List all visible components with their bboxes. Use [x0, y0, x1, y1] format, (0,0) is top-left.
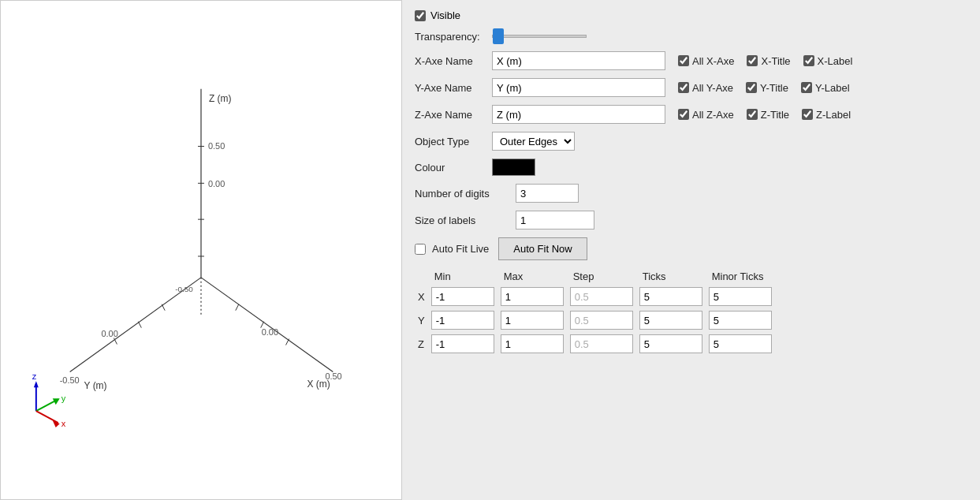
y-label-label: Y-Label — [815, 82, 850, 94]
z-label-group: Z-Label — [802, 109, 851, 121]
input-z-step[interactable] — [570, 334, 633, 353]
table-row: X — [415, 285, 775, 308]
transparency-slider[interactable] — [492, 29, 587, 43]
auto-fit-row: Auto Fit Live Auto Fit Now — [415, 237, 967, 260]
x-title-group: X-Title — [747, 55, 790, 67]
cell-y-ticks — [636, 308, 706, 332]
object-type-select[interactable]: Outer Edges All Edges Points — [492, 132, 575, 151]
z-title-checkbox[interactable] — [747, 109, 758, 120]
x-title-label: X-Title — [761, 55, 790, 67]
input-z-minor_ticks[interactable] — [709, 334, 772, 353]
auto-fit-now-button[interactable]: Auto Fit Now — [498, 237, 587, 260]
y-label-group: Y-Label — [801, 82, 850, 94]
z-label-checkbox[interactable] — [802, 109, 813, 120]
colour-row: Colour — [415, 159, 967, 176]
input-x-ticks[interactable] — [639, 287, 702, 306]
svg-text:-0.50: -0.50 — [60, 375, 80, 385]
y-title-label: Y-Title — [760, 82, 788, 94]
svg-text:0.00: 0.00 — [101, 329, 117, 338]
input-z-ticks[interactable] — [639, 334, 702, 353]
col-min-header: Min — [428, 268, 497, 285]
y-label-checkbox[interactable] — [801, 82, 812, 93]
input-x-minor_ticks[interactable] — [709, 287, 772, 306]
x-label-checkbox[interactable] — [803, 55, 814, 66]
z-axe-input[interactable] — [492, 105, 665, 124]
z-axe-label: Z-Axe Name — [415, 109, 486, 121]
right-panel: Visible Transparency: X-Axe Name All X-A… — [402, 0, 980, 500]
all-z-axe-label: All Z-Axe — [692, 109, 734, 121]
cell-x-max — [497, 285, 567, 308]
y-title-checkbox[interactable] — [746, 82, 757, 93]
digits-row: Number of digits — [415, 184, 967, 203]
col-step-header: Step — [567, 268, 636, 285]
transparency-row: Transparency: — [415, 29, 967, 43]
cell-x-min — [428, 285, 497, 308]
all-z-axe-checkbox[interactable] — [678, 109, 689, 120]
colour-swatch[interactable] — [492, 159, 535, 176]
input-y-step[interactable] — [570, 311, 633, 330]
labels-size-row: Size of labels — [415, 211, 967, 229]
auto-fit-live-checkbox[interactable] — [415, 244, 426, 255]
z-axe-row: Z-Axe Name All Z-Axe Z-Title Z-Label — [415, 105, 967, 124]
axis-label-y: Y — [415, 308, 428, 332]
input-z-min[interactable] — [431, 334, 494, 353]
axis-label-z: Z — [415, 332, 428, 356]
y-axe-input[interactable] — [492, 78, 665, 97]
input-y-min[interactable] — [431, 311, 494, 330]
x-title-checkbox[interactable] — [747, 55, 758, 66]
y-axe-row: Y-Axe Name All Y-Axe Y-Title Y-Label — [415, 78, 967, 97]
col-minor-ticks-header: Minor Ticks — [706, 268, 775, 285]
3d-view-panel: Z (m) 0.50 0.00 Y (m) 0.00 -0.50 X (m) — [0, 0, 402, 500]
svg-text:z: z — [32, 371, 37, 381]
visible-row: Visible — [415, 9, 967, 21]
axis-svg: Z (m) 0.50 0.00 Y (m) 0.00 -0.50 X (m) — [1, 1, 401, 499]
visible-label: Visible — [430, 9, 460, 21]
input-y-ticks[interactable] — [639, 311, 702, 330]
cell-y-max — [497, 308, 567, 332]
colour-label: Colour — [415, 162, 486, 174]
all-x-axe-group: All X-Axe — [678, 55, 734, 67]
all-y-axe-label: All Y-Axe — [692, 82, 733, 94]
digits-input[interactable] — [516, 184, 579, 203]
x-axe-input[interactable] — [492, 51, 665, 70]
cell-z-ticks — [636, 332, 706, 356]
all-y-axe-checkbox[interactable] — [678, 82, 689, 93]
x-label-label: X-Label — [818, 55, 853, 67]
cell-z-min — [428, 332, 497, 356]
col-ticks-header: Ticks — [636, 268, 706, 285]
cell-x-minor_ticks — [706, 285, 775, 308]
labels-size-input[interactable] — [516, 211, 594, 229]
z-title-group: Z-Title — [747, 109, 789, 121]
table-row: Y — [415, 308, 775, 332]
axis-label-x: X — [415, 285, 428, 308]
svg-text:Y (m): Y (m) — [84, 380, 107, 391]
svg-text:0.00: 0.00 — [208, 179, 225, 188]
cell-y-min — [428, 308, 497, 332]
all-y-axe-group: All Y-Axe — [678, 82, 733, 94]
cell-z-minor_ticks — [706, 332, 775, 356]
object-type-label: Object Type — [415, 136, 486, 147]
all-x-axe-label: All X-Axe — [692, 55, 734, 67]
canvas-area: Z (m) 0.50 0.00 Y (m) 0.00 -0.50 X (m) — [1, 1, 401, 499]
cell-y-step — [567, 308, 636, 332]
input-y-max[interactable] — [501, 311, 564, 330]
all-x-axe-checkbox[interactable] — [678, 55, 689, 66]
input-y-minor_ticks[interactable] — [709, 311, 772, 330]
object-type-row: Object Type Outer Edges All Edges Points — [415, 132, 967, 151]
svg-text:-0.50: -0.50 — [175, 285, 193, 293]
input-x-min[interactable] — [431, 287, 494, 306]
svg-text:0.00: 0.00 — [262, 327, 278, 337]
transparency-label: Transparency: — [415, 31, 486, 43]
input-z-max[interactable] — [501, 334, 564, 353]
input-x-step[interactable] — [570, 287, 633, 306]
visible-checkbox[interactable] — [415, 10, 426, 21]
labels-size-label: Size of labels — [415, 215, 509, 226]
svg-text:Z (m): Z (m) — [209, 93, 232, 104]
table-row: Z — [415, 332, 775, 356]
input-x-max[interactable] — [501, 287, 564, 306]
cell-z-step — [567, 332, 636, 356]
cell-z-max — [497, 332, 567, 356]
col-max-header: Max — [497, 268, 567, 285]
y-title-group: Y-Title — [746, 82, 788, 94]
z-label-label: Z-Label — [816, 109, 851, 121]
